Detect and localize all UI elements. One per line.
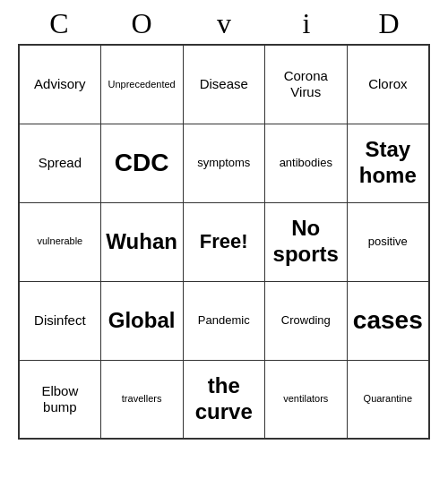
cell-r1-c4: Stay home <box>347 124 429 202</box>
cell-r4-c2: the curve <box>183 360 264 439</box>
header-C: C <box>18 7 100 40</box>
cell-r1-c2: symptoms <box>183 124 264 202</box>
cell-r2-c0: vulnerable <box>19 202 100 281</box>
cell-r2-c1: Wuhan <box>100 202 183 281</box>
cell-r1-c0: Spread <box>19 124 100 202</box>
cell-r2-c4: positive <box>347 202 429 281</box>
cell-r4-c1: travellers <box>100 360 183 439</box>
header-row: C O v i D <box>18 7 430 40</box>
cell-r3-c3: Crowding <box>264 281 347 360</box>
cell-r3-c4: cases <box>347 281 429 360</box>
cell-r0-c0: Advisory <box>19 45 100 124</box>
cell-r1-c3: antibodies <box>264 124 347 202</box>
header-i: i <box>265 7 348 40</box>
bingo-table: AdvisoryUnprecedentedDiseaseCorona Virus… <box>18 44 430 440</box>
cell-r0-c2: Disease <box>183 45 264 124</box>
header-O: O <box>100 7 183 40</box>
cell-r2-c3: No sports <box>264 202 347 281</box>
cell-r1-c1: CDC <box>100 124 183 202</box>
cell-r4-c4: Quarantine <box>347 360 429 439</box>
cell-r2-c2: Free! <box>183 202 264 281</box>
cell-r3-c0: Disinfect <box>19 281 100 360</box>
cell-r4-c3: ventilators <box>264 360 347 439</box>
cell-r0-c3: Corona Virus <box>264 45 347 124</box>
cell-r3-c1: Global <box>100 281 183 360</box>
cell-r4-c0: Elbow bump <box>19 360 100 439</box>
header-v: v <box>183 7 265 40</box>
cell-r0-c1: Unprecedented <box>100 45 183 124</box>
cell-r0-c4: Clorox <box>347 45 429 124</box>
cell-r3-c2: Pandemic <box>183 281 264 360</box>
header-D: D <box>348 7 430 40</box>
